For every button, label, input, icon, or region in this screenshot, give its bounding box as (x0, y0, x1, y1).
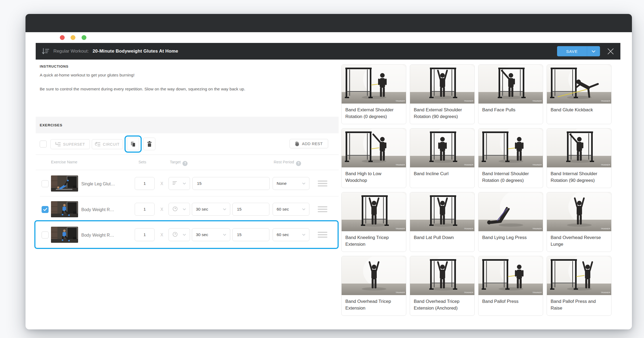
column-header-exercise-name: Exercise Name (51, 160, 77, 164)
sets-input[interactable]: 1 (135, 177, 155, 190)
sets-input[interactable]: 1 (135, 228, 155, 241)
column-header-target: Target? (170, 160, 188, 166)
drag-handle-icon[interactable] (318, 206, 327, 214)
exercise-thumbnail[interactable] (51, 201, 78, 217)
add-rest-button[interactable]: ADD REST (290, 139, 328, 148)
svg-text:TRAINER: TRAINER (464, 291, 473, 294)
exercise-card-title: Band Pallof Press (478, 295, 543, 305)
svg-text:TRAINER: TRAINER (532, 100, 542, 102)
workout-title: 20-Minute Bodyweight Glutes At Home (93, 49, 178, 54)
svg-text:TRAINER: TRAINER (601, 227, 610, 230)
exercise-library-card[interactable]: TRAINER Band High to Low Woodchop (341, 128, 406, 188)
exercise-library-card[interactable]: TRAINER Band Overhead Tricep Extension (… (410, 256, 475, 316)
target-type-dropdown[interactable] (169, 228, 190, 241)
exercise-library-card[interactable]: TRAINER Band Lying Leg Press (478, 192, 543, 252)
save-options-button[interactable] (587, 46, 600, 56)
exercise-library-card[interactable]: TRAINER Band Internal Shoulder Rotation … (478, 128, 543, 188)
select-all-checkbox[interactable] (40, 141, 47, 148)
exercise-card-image: TRAINER (342, 65, 406, 104)
exercise-card-title: Band Overhead Reverse Lunge (547, 231, 611, 248)
target-value-input[interactable]: 15 (192, 177, 270, 190)
target-type-icon (173, 232, 178, 238)
duration-value: 30 sec (196, 207, 208, 212)
sets-input[interactable]: 1 (135, 203, 155, 216)
svg-text:TRAINER: TRAINER (532, 164, 542, 166)
exercise-card-title: Band Incline Curl (410, 167, 474, 177)
superset-button[interactable]: SUPERSET (50, 139, 90, 149)
exercise-name: Single Leg Glut… (81, 182, 115, 186)
exercise-library-card[interactable]: TRAINER Band Glute Kickback (547, 64, 612, 124)
exercise-name: Body Weight R… (81, 233, 114, 238)
drag-handle-icon[interactable] (318, 181, 327, 188)
workout-header-bar: Regular Workout: 20-Minute Bodyweight Gl… (36, 43, 620, 60)
exercise-library-card[interactable]: TRAINER Band Kneeling Tricep Extension (341, 192, 406, 252)
svg-text:TRAINER: TRAINER (464, 164, 473, 166)
exercise-library-card[interactable]: TRAINER Band Pallof Press (478, 256, 543, 316)
copy-button[interactable] (127, 138, 139, 150)
exercise-card-title: Band Internal Shoulder Rotation (90 degr… (547, 167, 611, 184)
column-header-rest-period: Rest Period? (274, 160, 301, 166)
column-header-sets: Sets (138, 160, 146, 164)
exercise-library-card[interactable]: TRAINER Band Pallof Press and Raise (547, 256, 612, 316)
close-dialog-icon[interactable] (606, 47, 614, 55)
svg-text:TRAINER: TRAINER (532, 291, 542, 294)
svg-text:TRAINER: TRAINER (601, 291, 610, 294)
save-button[interactable]: SAVE (557, 46, 587, 56)
svg-text:TRAINER: TRAINER (396, 227, 405, 230)
rest-dropdown[interactable]: 60 sec (273, 228, 309, 241)
exercise-card-image: TRAINER (478, 192, 543, 231)
rest-dropdown[interactable]: None (273, 177, 309, 190)
target-value-input[interactable]: 15 (232, 228, 269, 241)
copy-icon (130, 141, 136, 147)
exercise-card-image: TRAINER (410, 192, 474, 231)
exercise-name: Body Weight R… (81, 207, 114, 212)
trash-icon (147, 141, 152, 147)
exercise-card-title: Band External Shoulder Rotation (90 degr… (410, 104, 474, 120)
svg-text:TRAINER: TRAINER (464, 100, 473, 102)
exercise-card-title: Band Pallof Press and Raise (547, 295, 611, 311)
target-type-dropdown[interactable] (169, 203, 190, 216)
exercise-library-card[interactable]: TRAINER Band Lat Pull Down (410, 192, 475, 252)
rest-value: None (277, 181, 287, 186)
exercise-library-card[interactable]: TRAINER Band Overhead Reverse Lunge (547, 192, 612, 252)
sets-multiplier: X (158, 233, 166, 237)
zoom-window-button[interactable] (82, 35, 86, 40)
close-window-button[interactable] (60, 35, 65, 40)
rest-dropdown[interactable]: 60 sec (273, 203, 309, 216)
rest-period-help-icon[interactable]: ? (296, 161, 301, 166)
exercise-library-card[interactable]: TRAINER Band External Shoulder Rotation … (341, 64, 406, 124)
superset-label: SUPERSET (63, 142, 85, 146)
instructions-paragraph: Be sure to control the movement during e… (40, 86, 336, 92)
exercise-card-title: Band Overhead Tricep Extension (Anchored… (410, 295, 474, 311)
circuit-button[interactable]: CIRCUIT (92, 139, 123, 149)
target-value-input[interactable]: 15 (232, 203, 269, 216)
exercise-card-title: Band Lying Leg Press (478, 231, 543, 241)
duration-dropdown[interactable]: 30 sec (192, 203, 230, 216)
exercise-card-image: TRAINER (547, 65, 611, 104)
row-checkbox[interactable] (42, 180, 49, 187)
exercise-card-title: Band Face Pulls (478, 104, 543, 113)
instructions-section: INSTRUCTIONS A quick at-home workout to … (40, 64, 336, 100)
circuit-icon (95, 142, 100, 146)
svg-text:TRAINER: TRAINER (464, 227, 473, 230)
minimize-window-button[interactable] (71, 35, 75, 40)
screen: Regular Workout: 20-Minute Bodyweight Gl… (0, 0, 644, 338)
sets-multiplier: X (158, 207, 166, 212)
exercise-library-card[interactable]: TRAINER Band Overhead Tricep Extension (341, 256, 406, 316)
exercise-thumbnail[interactable] (51, 175, 78, 192)
divider (36, 155, 339, 155)
drag-handle-icon[interactable] (318, 232, 327, 239)
delete-button[interactable] (143, 138, 155, 150)
exercise-row: Body Weight R… 1 X 30 sec 15 60 sec (36, 196, 339, 222)
duration-dropdown[interactable]: 30 sec (192, 228, 230, 241)
exercise-library-card[interactable]: TRAINER Band External Shoulder Rotation … (410, 64, 475, 124)
exercise-thumbnail[interactable] (51, 227, 78, 243)
exercise-library-card[interactable]: TRAINER Band Internal Shoulder Rotation … (547, 128, 612, 188)
exercise-library-card[interactable]: TRAINER Band Incline Curl (410, 128, 475, 188)
exercise-library-card[interactable]: TRAINER Band Face Pulls (478, 64, 543, 124)
row-checkbox[interactable] (42, 232, 49, 238)
target-type-dropdown[interactable] (169, 177, 190, 190)
exercise-card-title: Band External Shoulder Rotation (0 degre… (342, 104, 406, 120)
row-checkbox[interactable] (42, 206, 49, 213)
target-help-icon[interactable]: ? (182, 161, 188, 166)
